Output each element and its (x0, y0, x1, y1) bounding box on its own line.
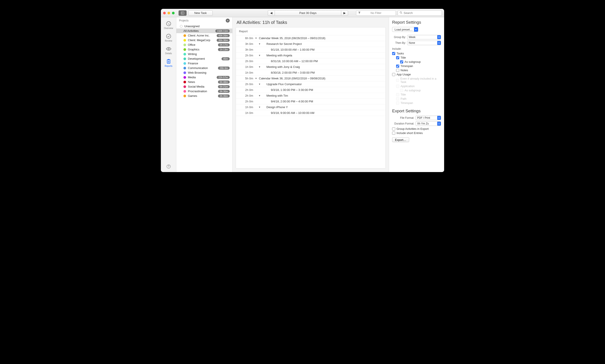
project-row[interactable]: Client: Acme Inc.43h 20m (176, 33, 232, 38)
include-title-checkbox[interactable]: Title (392, 56, 441, 59)
project-row[interactable]: News5h 48m (176, 80, 232, 84)
include-appusage-checkbox[interactable]: App Usage (392, 73, 441, 76)
search-icon (400, 11, 402, 15)
row-text: Research for Secret Project (262, 42, 382, 46)
file-format-value: PDF / Print (417, 116, 430, 119)
project-row[interactable]: Games3h 30m (176, 93, 232, 98)
project-row[interactable]: Office2h 17m (176, 42, 232, 47)
report-row[interactable]: 1h 0m▼Meeting with Jony & Craig (236, 64, 386, 70)
checkbox-input[interactable] (396, 69, 399, 72)
disclosure-triangle-icon[interactable]: ▼ (258, 66, 261, 68)
checkbox-input[interactable] (392, 73, 395, 76)
project-label: Web Browsing (188, 71, 230, 74)
disclosure-triangle-icon[interactable]: ▼ (258, 106, 261, 108)
row-duration: 1h 0m (239, 111, 253, 115)
search-input[interactable] (404, 11, 441, 15)
date-range-button[interactable]: Past 30 Days (275, 10, 341, 16)
include-tasks-checkbox[interactable]: Tasks (392, 52, 441, 55)
report-row[interactable]: 3h 0m▼Research for Secret Project (236, 41, 386, 47)
project-label: News (188, 80, 216, 84)
disclosure-triangle-icon[interactable]: ▼ (258, 83, 261, 85)
search-field[interactable] (398, 10, 442, 16)
include-evenif-checkbox: Even if already included in a Task (392, 77, 441, 84)
disclosure-triangle-icon[interactable]: ▼ (258, 94, 261, 97)
close-window-button[interactable] (163, 12, 166, 14)
color-dot (183, 57, 186, 60)
load-preset-button[interactable]: Load preset… ▾ (392, 27, 418, 32)
sidebar-toggle-button[interactable] (179, 10, 187, 16)
help-button[interactable] (161, 164, 176, 169)
project-row[interactable]: Web Browsing (176, 70, 232, 75)
project-row[interactable]: Development45m (176, 56, 232, 61)
export-button[interactable]: Export… (392, 137, 409, 142)
nav-review[interactable]: Review (162, 32, 175, 43)
include-timespan-checkbox[interactable]: Timespan (392, 64, 441, 68)
project-label: Graphics (188, 48, 216, 51)
disclosure-triangle-icon[interactable]: ▼ (258, 54, 261, 57)
project-label: Social Media (188, 85, 216, 88)
disclosure-triangle-icon[interactable]: ▼ (255, 37, 257, 39)
checkbox-input[interactable] (396, 56, 399, 59)
project-label: Client: Acme Inc. (188, 34, 215, 37)
group-by-select[interactable]: Week ▲▼ (407, 35, 441, 39)
report-row[interactable]: 2h 0m▼Meeting with Tim (236, 93, 386, 99)
row-text: Meeting with Jony & Craig (262, 65, 382, 68)
preset-label: Load preset… (395, 28, 413, 31)
checkbox-input[interactable] (396, 65, 399, 68)
checkbox-input[interactable] (400, 60, 403, 64)
color-dot (183, 62, 186, 65)
include-assub-checkbox[interactable]: As subgroup (392, 60, 441, 64)
nav-details[interactable]: Details (162, 45, 175, 56)
row-duration: 2h 0m (239, 88, 253, 91)
zoom-window-button[interactable] (172, 12, 175, 14)
add-project-button[interactable]: + (226, 19, 230, 23)
updown-icon: ▲▼ (437, 122, 441, 126)
include-assub2-checkbox: As subgroup (392, 89, 441, 92)
svg-rect-11 (168, 59, 169, 60)
filter-dropdown[interactable]: No Filter (356, 10, 396, 16)
prev-range-button[interactable]: ◀ (268, 10, 275, 16)
next-range-button[interactable]: ▶ (341, 10, 348, 16)
include-notes-checkbox[interactable]: Notes (392, 68, 441, 72)
report-row[interactable]: 2h 0m▼Meeting with Angela (236, 53, 386, 58)
report-row[interactable]: 6h 0m▼Calendar Week 35, 2018 (08/26/2018… (236, 35, 386, 41)
checkbox-input[interactable] (392, 131, 395, 135)
checkbox-label: Even if already included in a Task (400, 77, 441, 84)
duration-badge: 1h 13m (218, 48, 230, 51)
report-row: 2h 0m9/4/18, 2:00:00 PM – 4:00:00 PM (236, 99, 386, 104)
checkbox-input[interactable] (392, 127, 395, 130)
project-row[interactable]: Social Media5h 21m (176, 84, 232, 89)
nav-details-label: Details (165, 52, 172, 55)
project-row[interactable]: Graphics1h 13m (176, 47, 232, 52)
minimize-window-button[interactable] (168, 12, 170, 14)
checkbox-label: Timespan (401, 101, 413, 104)
group-activities-checkbox[interactable]: Group Activities in Export (392, 127, 441, 130)
new-task-button[interactable]: New Task (188, 10, 213, 16)
project-row[interactable]: Finance (176, 61, 232, 66)
project-row[interactable]: Procrastination3h 30m (176, 89, 232, 93)
color-dot (183, 44, 186, 46)
checkbox-label: Notes (401, 68, 408, 72)
report-row[interactable]: 2h 0m▼Upgrade Flux Compensator (236, 81, 386, 87)
project-all-activities[interactable]: All Activities 150h 11m (176, 28, 232, 33)
projects-header-label: Projects (179, 19, 188, 22)
project-row[interactable]: Communication26h 0m (176, 66, 232, 70)
project-row[interactable]: Writing (176, 52, 232, 56)
checkbox-input[interactable] (392, 52, 395, 55)
disclosure-triangle-icon[interactable]: ▼ (258, 43, 261, 45)
then-by-select[interactable]: None ▲▼ (407, 41, 441, 45)
file-format-select[interactable]: PDF / Print ▲▼ (416, 116, 441, 120)
include-short-checkbox[interactable]: Include short Entries (392, 131, 441, 135)
report-row[interactable]: 1h 0m▼Design iPhone Y (236, 104, 386, 110)
duration-format-select[interactable]: Xh Ym Zs ▲▼ (416, 121, 441, 126)
project-row[interactable]: Media22h 57m (176, 75, 232, 80)
project-row[interactable]: Client: MegaCorp35h 30m (176, 38, 232, 42)
nav-overview[interactable]: Overview (162, 19, 175, 31)
report-row[interactable]: 5h 0m▼Calendar Week 36, 2018 (09/02/2018… (236, 76, 386, 81)
disclosure-triangle-icon[interactable]: ▼ (255, 77, 257, 80)
project-unassigned[interactable]: Unassigned (176, 24, 232, 28)
nav-reports[interactable]: Reports (162, 57, 175, 68)
projects-list: Unassigned All Activities 150h 11m Clien… (176, 24, 232, 98)
duration-format-value: Xh Ym Zs (417, 122, 429, 125)
project-label: Client: MegaCorp (188, 39, 215, 42)
